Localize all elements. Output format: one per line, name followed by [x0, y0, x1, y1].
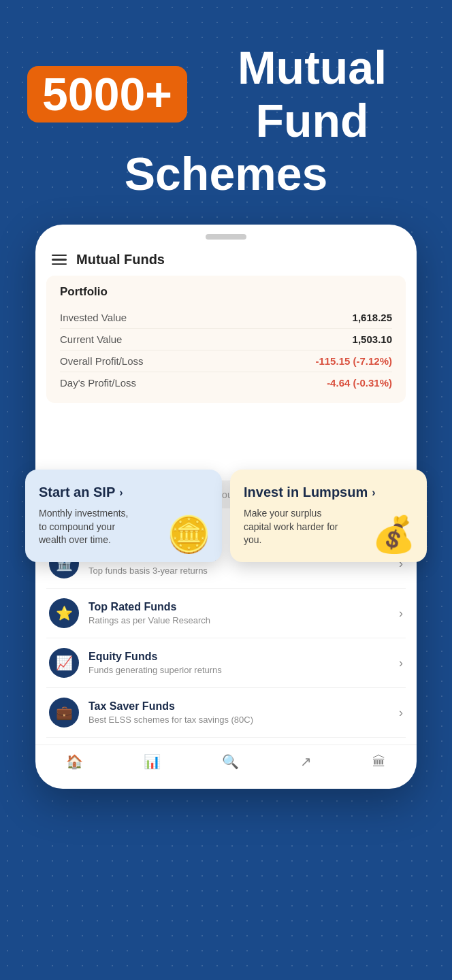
hero-badge: 5000+	[27, 66, 187, 122]
category-arrow-top-rated: ›	[399, 606, 403, 621]
cta-sip-title: Start an SIP ›	[39, 485, 208, 500]
nav-search[interactable]: 🔍	[222, 753, 239, 770]
cta-sip-icon: 🪙	[167, 514, 211, 555]
portfolio-row-current: Current Value 1,503.10	[60, 329, 392, 350]
phone-title: Mutual Funds	[76, 252, 165, 267]
cta-lumpsum-desc: Make your surplus capital work harder fo…	[244, 507, 339, 547]
portfolio-label: Portfolio	[60, 285, 392, 299]
phone-header: Mutual Funds	[35, 240, 417, 276]
portfolio-overall-label: Overall Profit/Loss	[60, 355, 144, 367]
category-icon-top-rated: ⭐	[49, 598, 79, 628]
phone-notch	[206, 234, 246, 240]
portfolio-row-invested: Invested Value 1,618.25	[60, 307, 392, 329]
nav-invest[interactable]: ↗	[300, 753, 312, 770]
cta-lumpsum-card[interactable]: Invest in Lumpsum › Make your surplus ca…	[230, 470, 427, 562]
cta-lumpsum-arrow: ›	[372, 487, 375, 499]
category-item-top-rated[interactable]: ⭐ Top Rated Funds Ratings as per Value R…	[46, 589, 406, 638]
portfolio-overall-value: -115.15 (-7.12%)	[315, 355, 392, 367]
portfolio-day-value: -4.64 (-0.31%)	[327, 377, 392, 389]
hero-title-part1: Mutual Fund	[199, 41, 425, 147]
portfolio-invested-label: Invested Value	[60, 312, 127, 323]
cta-sip-arrow: ›	[119, 487, 123, 499]
cta-row: Start an SIP › Monthly investments, to c…	[25, 470, 427, 562]
category-arrow-tax-saver: ›	[399, 706, 403, 720]
nav-home[interactable]: 🏠	[66, 753, 83, 770]
category-name-tax-saver: Tax Saver Funds	[88, 700, 253, 713]
portfolio-row-overall: Overall Profit/Loss -115.15 (-7.12%)	[60, 350, 392, 372]
portfolio-current-label: Current Value	[60, 333, 122, 345]
portfolio-row-day: Day's Profit/Loss -4.64 (-0.31%)	[60, 372, 392, 393]
hero-title: 5000+ Mutual Fund Schemes	[27, 41, 425, 201]
category-desc-top-rated: Ratings as per Value Research	[88, 615, 210, 625]
portfolio-spacer	[35, 403, 417, 471]
portfolio-section: Portfolio Invested Value 1,618.25 Curren…	[46, 276, 406, 403]
bottom-nav: 🏠 📊 🔍 ↗ 🏛	[35, 745, 417, 775]
category-arrow-equity: ›	[399, 656, 403, 670]
hamburger-menu-icon[interactable]	[52, 255, 67, 265]
category-desc-equity: Funds generating superior returns	[88, 665, 222, 675]
category-desc-best-returns: Top funds basis 3-year returns	[88, 566, 216, 576]
hero-section: 5000+ Mutual Fund Schemes	[0, 0, 452, 228]
category-icon-tax-saver: 💼	[49, 698, 79, 728]
category-icon-equity: 📈	[49, 648, 79, 678]
category-name-equity: Equity Funds	[88, 651, 222, 663]
category-item-equity[interactable]: 📈 Equity Funds Funds generating superior…	[46, 638, 406, 688]
hero-title-part2: Schemes	[125, 147, 328, 200]
cta-lumpsum-icon: 💰	[372, 514, 416, 555]
portfolio-current-value: 1,503.10	[353, 333, 392, 345]
cta-sip-desc: Monthly investments, to compound your we…	[39, 507, 134, 547]
portfolio-invested-value: 1,618.25	[353, 312, 392, 323]
cta-lumpsum-title: Invest in Lumpsum ›	[244, 485, 413, 500]
category-item-tax-saver[interactable]: 💼 Tax Saver Funds Best ELSS schemes for …	[46, 688, 406, 738]
nav-account[interactable]: 🏛	[372, 754, 386, 770]
category-desc-tax-saver: Best ELSS schemes for tax savings (80C)	[88, 715, 253, 725]
category-name-top-rated: Top Rated Funds	[88, 601, 210, 613]
portfolio-day-label: Day's Profit/Loss	[60, 377, 136, 389]
cta-sip-card[interactable]: Start an SIP › Monthly investments, to c…	[25, 470, 222, 562]
nav-portfolio[interactable]: 📊	[144, 753, 161, 770]
